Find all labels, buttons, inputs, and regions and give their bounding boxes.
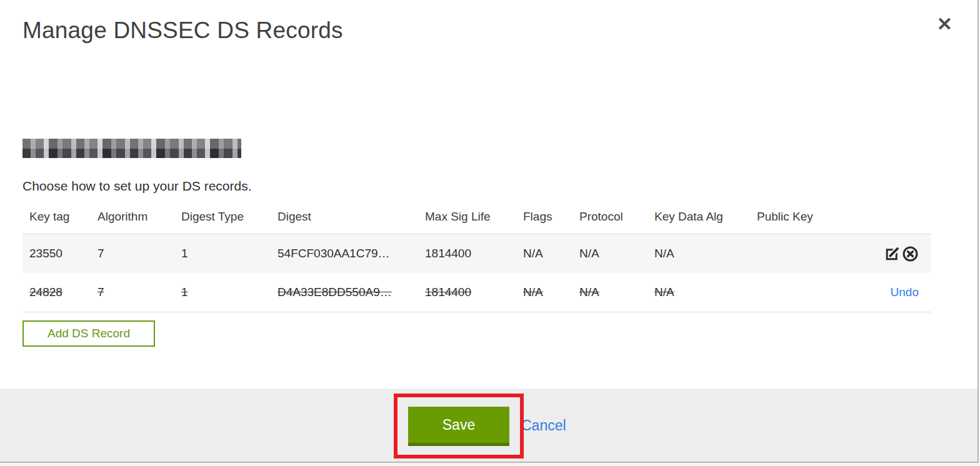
cell-protocol: N/A — [579, 273, 654, 312]
edit-icon — [884, 255, 901, 264]
col-header-algorithm: Algorithm — [98, 205, 181, 234]
instruction-text: Choose how to set up your DS records. — [22, 179, 252, 194]
delete-record-button[interactable] — [902, 245, 919, 262]
edit-record-button[interactable] — [884, 245, 901, 262]
cell-algorithm: 7 — [98, 234, 181, 274]
page-title: Manage DNSSEC DS Records — [22, 17, 343, 44]
table-header-row: Key tag Algorithm Digest Type Digest Max… — [22, 205, 931, 234]
col-header-flags: Flags — [523, 205, 579, 234]
cell-max-sig-life: 1814400 — [425, 273, 523, 312]
cell-max-sig-life: 1814400 — [425, 234, 523, 274]
cell-actions — [757, 234, 931, 274]
screen: Manage DNSSEC DS Records ✕ Choose how to… — [0, 0, 980, 466]
col-header-max-sig-life: Max Sig Life — [425, 205, 523, 234]
redacted-domain-name — [22, 139, 241, 158]
cell-key-data-alg: N/A — [654, 234, 757, 274]
delete-circle-x-icon — [902, 255, 919, 264]
cell-key-tag: 23550 — [22, 234, 98, 274]
col-header-protocol: Protocol — [579, 205, 654, 234]
cell-flags: N/A — [523, 234, 579, 274]
ds-records-table: Key tag Algorithm Digest Type Digest Max… — [22, 205, 931, 312]
col-header-key-data-alg: Key Data Alg — [654, 205, 757, 234]
col-header-digest: Digest — [278, 205, 425, 234]
close-icon[interactable]: ✕ — [934, 12, 955, 36]
undo-link[interactable]: Undo — [891, 285, 919, 299]
cell-digest-type: 1 — [181, 273, 278, 312]
cell-flags: N/A — [523, 273, 579, 312]
save-button[interactable]: Save — [408, 407, 509, 446]
cancel-link[interactable]: Cancel — [521, 417, 566, 434]
cell-algorithm: 7 — [98, 273, 181, 312]
col-header-public-key: Public Key — [757, 205, 931, 234]
cell-digest-type: 1 — [181, 234, 278, 274]
table-row-deleted: 24828 7 1 D4A33E8DD550A9… 1814400 N/A N/… — [22, 273, 931, 312]
col-header-key-tag: Key tag — [22, 205, 98, 234]
cell-digest: 54FCF030AA1C79… — [278, 234, 425, 274]
manage-dnssec-modal: Manage DNSSEC DS Records ✕ Choose how to… — [0, 0, 979, 463]
add-ds-record-button[interactable]: Add DS Record — [22, 320, 155, 347]
table-row: 23550 7 1 54FCF030AA1C79… 1814400 N/A N/… — [22, 234, 931, 274]
cell-key-tag: 24828 — [22, 273, 98, 312]
cell-digest: D4A33E8DD550A9… — [278, 273, 425, 312]
cell-protocol: N/A — [579, 234, 654, 274]
col-header-digest-type: Digest Type — [181, 205, 278, 234]
cell-actions: Undo — [757, 273, 931, 312]
cell-key-data-alg: N/A — [654, 273, 757, 312]
